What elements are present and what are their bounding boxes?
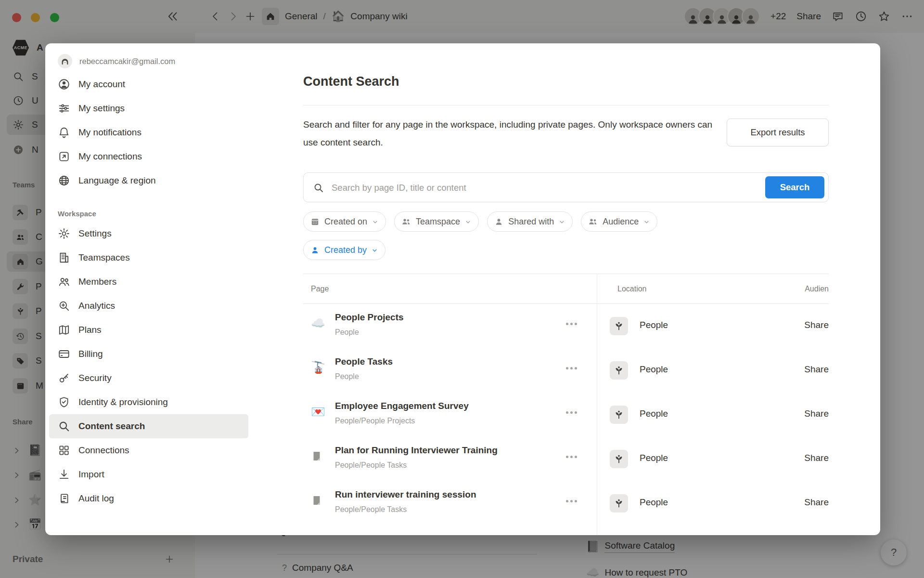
menu-item-language-region[interactable]: Language & region — [49, 169, 248, 193]
menu-item-identity-provisioning[interactable]: Identity & provisioning — [49, 390, 248, 414]
menu-item-my-account[interactable]: My account — [49, 72, 248, 96]
filter-row: Created on Teamspace Shared with Audienc… — [303, 211, 657, 232]
menu-item-import[interactable]: Import — [49, 462, 248, 486]
menu-section-workspace: Workspace — [49, 205, 248, 222]
map-icon — [58, 324, 70, 336]
menu-item-my-notifications[interactable]: My notifications — [49, 120, 248, 144]
people-icon — [401, 217, 411, 226]
globe-icon — [58, 174, 70, 187]
settings-menu: rebeccamcakir@gmail.com My account My se… — [45, 43, 252, 535]
search-button[interactable]: Search — [765, 176, 824, 198]
teamspace-sprout-icon — [610, 361, 628, 380]
person-icon — [310, 246, 320, 255]
document-icon — [311, 450, 322, 462]
chevron-down-icon — [372, 219, 378, 225]
row-menu-icon[interactable] — [566, 411, 577, 414]
filter-teamspace[interactable]: Teamspace — [394, 211, 479, 232]
table-row[interactable]: 🚡 People Tasks People People Share — [303, 348, 829, 393]
search-input[interactable] — [331, 173, 746, 202]
grid-icon — [58, 444, 70, 457]
teamspace-sprout-icon — [610, 450, 628, 468]
credit-card-icon — [58, 348, 70, 360]
chevron-down-icon — [559, 219, 565, 225]
menu-item-billing[interactable]: Billing — [49, 342, 248, 366]
menu-item-teamspaces[interactable]: Teamspaces — [49, 246, 248, 270]
table-row[interactable]: Run interviewer training session People/… — [303, 481, 829, 525]
document-icon — [311, 495, 322, 506]
menu-item-content-search[interactable]: Content search — [49, 414, 248, 438]
filter-created-by[interactable]: Created by — [303, 240, 385, 260]
filter-created-on[interactable]: Created on — [303, 211, 386, 232]
column-header-location: Location — [617, 285, 647, 293]
account-email: rebeccamcakir@gmail.com — [79, 57, 175, 66]
filter-shared-with[interactable]: Shared with — [487, 211, 573, 232]
building-icon — [58, 251, 70, 264]
search-icon — [58, 420, 70, 433]
search-icon — [313, 182, 324, 194]
page-description: Search and filter for any page in the wo… — [303, 116, 727, 151]
table-row[interactable]: 💌 Employee Engagement Survey People/Peop… — [303, 393, 829, 437]
chevron-down-icon — [372, 247, 378, 253]
results-table: Page Location Audien ☁️ People Projects … — [303, 274, 829, 535]
notion-app: General / 🏠 Company wiki +22 Share ACME — [0, 0, 924, 578]
menu-item-settings[interactable]: Settings — [49, 222, 248, 246]
download-icon — [58, 468, 70, 481]
menu-item-analytics[interactable]: Analytics — [49, 294, 248, 318]
table-header: Page Location Audien — [303, 274, 829, 304]
chevron-down-icon — [465, 219, 471, 225]
calendar-icon — [310, 217, 320, 226]
account-header: rebeccamcakir@gmail.com — [49, 50, 248, 72]
column-header-audience: Audien — [805, 285, 829, 293]
table-row[interactable]: ☁️ People Projects People People Share — [303, 304, 829, 348]
scroll-icon — [58, 492, 70, 505]
row-menu-icon[interactable] — [566, 323, 577, 325]
cloud-emoji-icon: ☁️ — [311, 317, 325, 329]
page-title: Content Search — [303, 74, 399, 89]
love-letter-emoji-icon: 💌 — [311, 406, 325, 418]
export-results-button[interactable]: Export results — [727, 118, 829, 146]
menu-item-audit-log[interactable]: Audit log — [49, 486, 248, 511]
divider — [303, 105, 829, 105]
column-header-page: Page — [311, 285, 329, 293]
table-row[interactable]: Plan for Running Interviewer Training Pe… — [303, 437, 829, 481]
row-menu-icon[interactable] — [566, 500, 577, 502]
arrow-up-right-square-icon — [58, 150, 70, 163]
tramway-emoji-icon: 🚡 — [311, 362, 325, 373]
settings-modal: rebeccamcakir@gmail.com My account My se… — [45, 43, 880, 535]
menu-item-my-connections[interactable]: My connections — [49, 144, 248, 169]
bell-icon — [58, 126, 70, 139]
teamspace-sprout-icon — [610, 494, 628, 512]
row-menu-icon[interactable] — [566, 367, 577, 369]
gear-icon — [58, 227, 70, 240]
people-icon — [588, 217, 598, 226]
person-circle-icon — [58, 78, 70, 91]
shield-check-icon — [58, 396, 70, 408]
magnifier-plus-icon — [58, 300, 70, 312]
sliders-icon — [58, 102, 70, 115]
chevron-down-icon — [643, 219, 650, 225]
user-avatar — [58, 54, 72, 68]
menu-item-plans[interactable]: Plans — [49, 318, 248, 342]
teamspace-sprout-icon — [610, 406, 628, 424]
menu-item-my-settings[interactable]: My settings — [49, 96, 248, 120]
menu-item-connections[interactable]: Connections — [49, 438, 248, 462]
row-menu-icon[interactable] — [566, 456, 577, 458]
content-search-panel: Content Search Search and filter for any… — [303, 43, 829, 535]
content-search-bar: Search — [303, 172, 829, 202]
menu-item-members[interactable]: Members — [49, 270, 248, 294]
menu-item-security[interactable]: Security — [49, 366, 248, 390]
people-icon — [58, 276, 70, 288]
filter-audience[interactable]: Audience — [581, 211, 657, 232]
active-filter-row: Created by — [303, 240, 385, 260]
key-icon — [58, 372, 70, 384]
teamspace-sprout-icon — [610, 317, 628, 335]
person-icon — [494, 217, 503, 226]
